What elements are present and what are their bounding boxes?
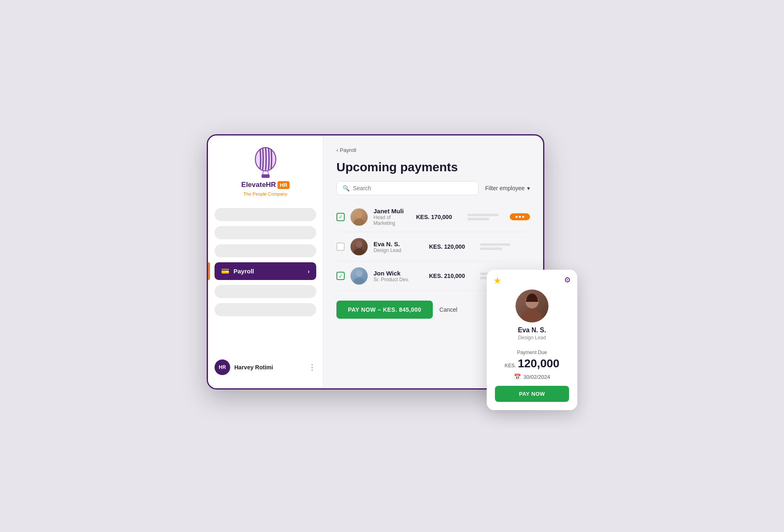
employee-avatar-1 xyxy=(350,208,368,226)
logo-hr-badge: HR xyxy=(278,181,289,189)
page-title: Upcoming payments xyxy=(336,160,530,175)
breadcrumb-arrow: ‹ xyxy=(336,147,338,153)
popup-avatar-area: Eva N. S. Design Lead xyxy=(487,286,577,345)
popup-payment-section: Payment Due KES. 120,000 📅 30/02/2024 xyxy=(487,345,577,380)
popup-pay-now-button[interactable]: PAY NOW xyxy=(495,386,569,402)
nav-placeholder-3[interactable] xyxy=(215,244,316,257)
employee-avatar-3 xyxy=(350,267,368,285)
employee-name-2: Eva N. S. xyxy=(373,240,423,247)
employee-checkbox-1[interactable]: ✓ xyxy=(336,213,345,221)
popup-employee-title: Design Lead xyxy=(518,335,546,341)
user-initials: HR xyxy=(219,364,226,370)
scene: ElevateHR HR The People Company 💳 Payrol… xyxy=(207,122,577,410)
svg-point-12 xyxy=(522,310,542,322)
search-filter-row: 🔍 Filter employee ▾ xyxy=(336,181,530,195)
search-input[interactable] xyxy=(353,185,472,191)
popup-avatar xyxy=(516,289,548,322)
payroll-icon: 💳 xyxy=(221,267,229,275)
bar-short-2 xyxy=(480,243,510,246)
nav-placeholder-5[interactable] xyxy=(215,303,316,316)
bar-long-1 xyxy=(467,214,499,216)
svg-point-8 xyxy=(354,248,364,255)
employee-detail-popup: ★ ⚙ Eva N. S. Design Lead Payment Due KE… xyxy=(487,270,577,410)
nav-placeholder-2[interactable] xyxy=(215,226,316,239)
balloon-logo-icon xyxy=(249,145,282,178)
payment-due-label: Payment Due xyxy=(495,350,569,355)
sidebar-user: HR Harvey Rotimi ⋮ xyxy=(215,356,316,378)
table-row: ✓ Janet Muli Head of Marketing KES. 170,… xyxy=(336,202,530,232)
breadcrumb[interactable]: ‹ Payroll xyxy=(336,147,530,153)
favorite-star-icon[interactable]: ★ xyxy=(493,275,502,286)
payment-date-row: 📅 30/02/2024 xyxy=(495,373,569,380)
more-options-button-1[interactable] xyxy=(510,213,530,220)
filter-chevron-icon: ▾ xyxy=(527,185,530,191)
employee-amount-1: KES. 170,000 xyxy=(416,214,462,220)
employee-checkbox-2[interactable] xyxy=(336,243,345,251)
user-avatar: HR xyxy=(215,359,230,375)
bar-short-1 xyxy=(467,218,490,220)
user-menu-button[interactable]: ⋮ xyxy=(308,363,316,372)
employee-title-2: Design Lead xyxy=(373,247,423,253)
payment-date: 30/02/2024 xyxy=(523,374,550,380)
svg-point-5 xyxy=(356,211,362,218)
logo-tagline: The People Company xyxy=(243,191,287,196)
svg-point-9 xyxy=(356,270,362,277)
employee-amount-2: KES. 120,000 xyxy=(429,243,474,250)
payment-amount-row: KES. 120,000 xyxy=(495,357,569,370)
employee-info-2: Eva N. S. Design Lead xyxy=(373,240,423,253)
svg-line-3 xyxy=(268,171,268,175)
employee-avatar-2 xyxy=(350,238,368,255)
payment-currency: KES. xyxy=(504,363,516,369)
employee-name-1: Janet Muli xyxy=(373,208,411,215)
filter-label: Filter employee xyxy=(485,185,525,191)
employee-title-1: Head of Marketing xyxy=(373,215,411,226)
nav-placeholder-4[interactable] xyxy=(215,285,316,298)
user-name: Harvey Rotimi xyxy=(234,364,273,371)
search-box[interactable]: 🔍 xyxy=(336,181,478,195)
bar-shorter-2 xyxy=(480,247,502,250)
employee-title-3: Sr. Product Dev. xyxy=(373,277,423,282)
search-icon: 🔍 xyxy=(343,185,350,191)
popup-employee-name: Eva N. S. xyxy=(518,327,546,334)
nav-placeholder-1[interactable] xyxy=(215,208,316,221)
pay-now-button[interactable]: PAY NOW – KES. 845,000 xyxy=(336,301,433,319)
svg-rect-4 xyxy=(261,174,270,178)
employee-checkbox-3[interactable]: ✓ xyxy=(336,272,345,280)
employee-amount-3: KES. 210,000 xyxy=(429,273,474,279)
employee-info-1: Janet Muli Head of Marketing xyxy=(373,208,411,226)
logo-area: ElevateHR HR The People Company xyxy=(215,145,316,196)
employee-info-3: Jon Wick Sr. Product Dev. xyxy=(373,270,423,282)
calendar-icon: 📅 xyxy=(514,373,521,380)
svg-point-7 xyxy=(356,241,362,247)
breadcrumb-label: Payroll xyxy=(340,147,356,153)
svg-point-6 xyxy=(354,219,364,226)
cancel-button[interactable]: Cancel xyxy=(439,306,457,313)
svg-line-2 xyxy=(262,171,263,175)
nav-arrow-icon: › xyxy=(308,268,310,275)
employee-bar-1 xyxy=(467,214,504,220)
logo-elevate: ElevateHR xyxy=(241,181,276,189)
popup-top-icons: ★ ⚙ xyxy=(487,270,577,286)
logo-text: ElevateHR HR xyxy=(241,181,289,189)
employee-name-3: Jon Wick xyxy=(373,270,423,277)
svg-point-10 xyxy=(354,278,364,285)
payment-amount: 120,000 xyxy=(518,357,559,370)
employee-bar-2 xyxy=(480,243,530,250)
sidebar-item-label: Payroll xyxy=(233,268,254,275)
sidebar-item-payroll[interactable]: 💳 Payroll › xyxy=(215,262,316,280)
settings-gear-icon[interactable]: ⚙ xyxy=(564,275,571,286)
sidebar: ElevateHR HR The People Company 💳 Payrol… xyxy=(208,135,323,388)
filter-employee-button[interactable]: Filter employee ▾ xyxy=(485,185,530,191)
table-row: Eva N. S. Design Lead KES. 120,000 xyxy=(336,232,530,261)
